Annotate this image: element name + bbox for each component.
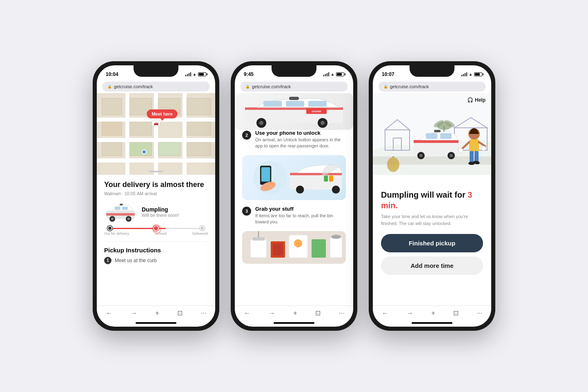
svg-rect-63	[469, 139, 479, 151]
label-out-for-delivery: Out for delivery	[104, 232, 129, 236]
delivery-subtitle: Walmart · 10:05 AM arrival	[104, 191, 208, 196]
svg-point-27	[296, 185, 304, 194]
phones-container: 10:04 ▲ 🔒 getcruise.com/track	[76, 45, 512, 347]
car-top-image: cruise	[235, 93, 353, 130]
wait-title-prefix: Dumpling will wait for	[381, 190, 468, 199]
instruction-step-3: 3 Grab your stuff If items are too far t…	[242, 206, 346, 225]
phone-3: 10:07 ▲ 🔒 getcruise.com/track 🎧 He	[369, 61, 495, 331]
battery-icon-2	[336, 72, 344, 76]
svg-rect-6	[120, 204, 123, 205]
signal-icon-3	[461, 72, 468, 76]
back-btn-1[interactable]: ←	[106, 310, 112, 317]
more-btn-1[interactable]: ···	[200, 310, 206, 317]
add-btn-3[interactable]: +	[431, 310, 435, 317]
headset-icon: 🎧	[467, 97, 473, 103]
status-icons-3: ▲	[461, 72, 482, 76]
svg-rect-23	[261, 167, 270, 181]
label-delivered: Delivered	[192, 232, 208, 236]
pickup-scene: 🎧 Help	[373, 93, 491, 183]
step-text-2: Use your phone to unlock On arrival, an …	[255, 130, 346, 149]
svg-rect-30	[329, 176, 333, 182]
lock-icon-2: 🔒	[245, 85, 250, 89]
phone-2: 9:45 ▲ 🔒 getcruise.com/track	[231, 61, 357, 331]
tabs-btn-1[interactable]: ⊡	[177, 309, 183, 317]
browser-toolbar-3: ← → + ⊡ ···	[373, 305, 491, 319]
forward-btn-2[interactable]: →	[269, 310, 275, 317]
svg-point-28	[332, 185, 340, 194]
url-text-1: getcruise.com/track	[114, 84, 153, 89]
finished-pickup-button[interactable]: Finished pickup	[381, 234, 483, 252]
help-button[interactable]: 🎧 Help	[467, 97, 486, 103]
map-area-1: Meet here 🚗	[97, 93, 215, 175]
add-btn-1[interactable]: +	[155, 310, 159, 317]
more-btn-3[interactable]: ···	[477, 310, 482, 317]
home-indicator-2	[235, 319, 353, 327]
more-btn-2[interactable]: ···	[339, 310, 344, 317]
url-text-2: getcruise.com/track	[252, 84, 291, 89]
url-bar-1[interactable]: 🔒 getcruise.com/track	[102, 82, 209, 91]
delivery-progress	[107, 228, 205, 229]
step-circle-2: 2	[242, 131, 251, 140]
wifi-icon-1: ▲	[193, 72, 196, 76]
progress-dot-start	[107, 226, 112, 231]
signal-icon-2	[323, 72, 330, 76]
svg-rect-10	[245, 107, 343, 110]
sheet-handle	[149, 171, 163, 172]
url-text-3: getcruise.com/track	[390, 84, 429, 89]
pickup-step-1: 1 Meet us at the curb	[104, 257, 208, 264]
map-car-marker: 🚗	[151, 120, 160, 126]
svg-point-3	[111, 218, 114, 220]
phone-1: 10:04 ▲ 🔒 getcruise.com/track	[93, 61, 219, 331]
car-name: Dumpling	[142, 206, 179, 213]
svg-point-59	[419, 154, 423, 157]
notch-3	[410, 65, 454, 77]
status-time-1: 10:04	[106, 71, 118, 77]
battery-icon-3	[474, 72, 482, 76]
svg-point-5	[127, 218, 130, 220]
cargo-image	[242, 231, 346, 264]
back-btn-3[interactable]: ←	[382, 310, 388, 317]
delivery-card: Your delivery is almost there Walmart · …	[97, 175, 215, 305]
battery-icon-1	[198, 72, 206, 76]
forward-btn-3[interactable]: →	[407, 310, 413, 317]
wifi-icon-3: ▲	[469, 72, 472, 76]
notch-1	[134, 65, 178, 77]
svg-rect-13	[308, 101, 327, 107]
status-icons-2: ▲	[323, 72, 344, 76]
progress-dot-end	[200, 226, 205, 231]
svg-rect-33	[252, 237, 265, 241]
svg-rect-32	[250, 239, 267, 258]
browser-toolbar-1: ← → + ⊡ ···	[97, 305, 215, 319]
svg-rect-8	[122, 207, 128, 210]
svg-point-41	[331, 235, 341, 239]
meet-here-text: Meet here	[151, 111, 172, 116]
svg-rect-56	[440, 133, 452, 139]
svg-rect-18	[289, 97, 299, 100]
status-time-3: 10:07	[382, 71, 394, 77]
step-label-1: Meet us at the curb	[115, 258, 157, 263]
tabs-btn-2[interactable]: ⊡	[315, 309, 321, 317]
url-bar-2[interactable]: 🔒 getcruise.com/track	[241, 82, 347, 91]
meet-here-badge: Meet here	[147, 109, 177, 118]
pickup-info: Dumpling will wait for 3 min. Take your …	[373, 183, 491, 305]
car-desc: Will be there soon!	[142, 213, 179, 218]
svg-rect-11	[263, 101, 282, 107]
svg-rect-67	[474, 151, 479, 163]
home-indicator-1	[97, 319, 215, 327]
add-btn-2[interactable]: +	[293, 310, 297, 317]
url-bar-3[interactable]: 🔒 getcruise.com/track	[379, 82, 486, 91]
svg-rect-29	[324, 176, 328, 182]
svg-text:cruise: cruise	[312, 109, 321, 113]
lock-icon-3: 🔒	[383, 85, 388, 89]
status-time-2: 9:45	[244, 71, 254, 77]
back-btn-2[interactable]: ←	[244, 310, 250, 317]
progress-dot-middle	[153, 225, 159, 231]
wifi-icon-2: ▲	[331, 72, 334, 76]
svg-rect-54	[414, 140, 459, 143]
step-text-3: Grab your stuff If items are too far to …	[255, 206, 346, 225]
tabs-btn-3[interactable]: ⊡	[453, 309, 459, 317]
forward-btn-1[interactable]: →	[131, 310, 137, 317]
home-indicator-3	[373, 319, 491, 327]
svg-point-38	[294, 239, 302, 247]
add-more-time-button[interactable]: Add more time	[381, 256, 483, 275]
